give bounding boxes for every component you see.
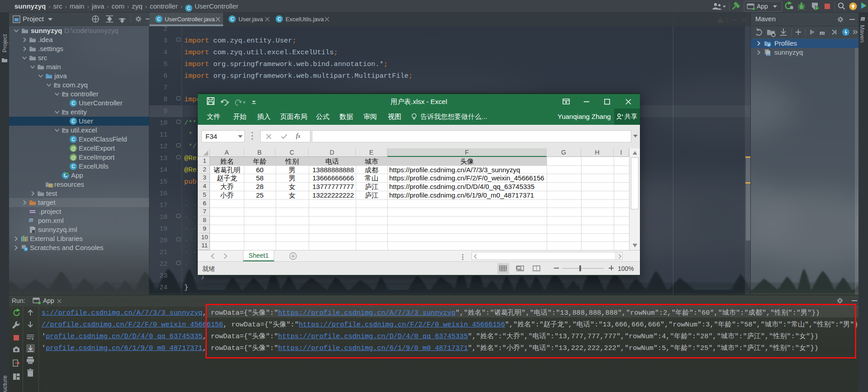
svg-text:m: m — [767, 52, 770, 56]
svg-text:App: App — [757, 3, 768, 10]
svg-text:m: m — [820, 29, 825, 36]
